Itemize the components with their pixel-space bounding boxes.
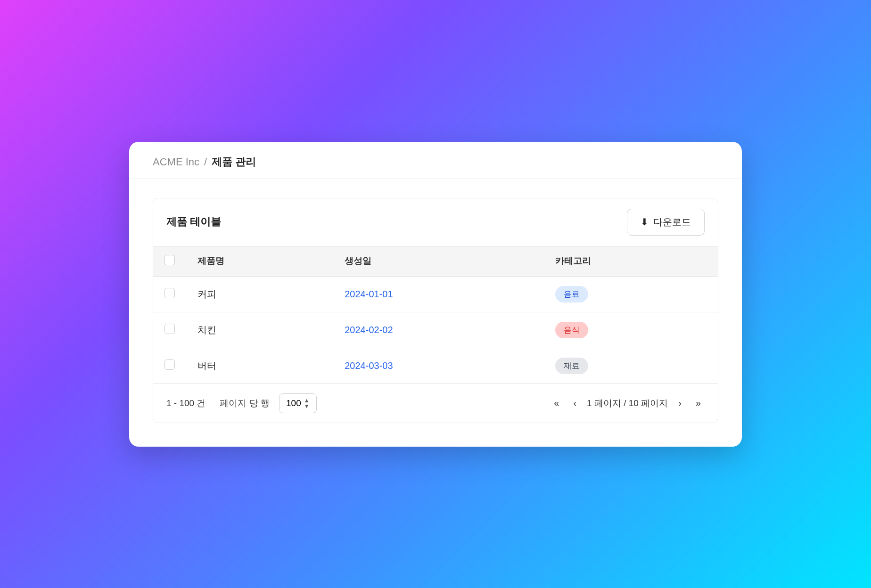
per-page-arrows-icon: ▲▼ [304, 398, 310, 409]
records-info: 1 - 100 건 [166, 397, 205, 409]
app-window: ACME Inc / 제품 관리 제품 테이블 ⬇ 다운로드 [129, 142, 742, 447]
page-info: 1 페이지 / 10 페이지 [587, 397, 668, 409]
header-name: 제품명 [186, 246, 333, 276]
pagination-nav: « ‹ 1 페이지 / 10 페이지 › » [550, 396, 705, 410]
download-label: 다운로드 [653, 216, 691, 229]
table-row: 버터2024-03-03재료 [153, 348, 718, 384]
prev-page-button[interactable]: ‹ [569, 396, 580, 410]
content-area: 제품 테이블 ⬇ 다운로드 제품명 생성일 카테고리 [129, 179, 742, 447]
last-page-button[interactable]: » [692, 396, 705, 410]
row-category-2: 재료 [544, 348, 718, 384]
table-row: 치킨2024-02-02음식 [153, 312, 718, 348]
category-badge-1: 음식 [555, 322, 588, 338]
download-button[interactable]: ⬇ 다운로드 [627, 209, 705, 236]
row-date-2: 2024-03-03 [333, 348, 544, 384]
category-badge-2: 재료 [555, 358, 588, 374]
product-table: 제품명 생성일 카테고리 커피2024-01-01음료치킨2024-02-02음… [153, 246, 718, 384]
row-checkbox-2[interactable] [164, 359, 175, 370]
row-name-0: 커피 [186, 276, 333, 312]
per-page-value: 100 [286, 398, 301, 408]
row-date-0: 2024-01-01 [333, 276, 544, 312]
download-icon: ⬇ [641, 216, 649, 228]
row-checkbox-0[interactable] [164, 288, 175, 298]
row-name-1: 치킨 [186, 312, 333, 348]
table-row: 커피2024-01-01음료 [153, 276, 718, 312]
next-page-button[interactable]: › [674, 396, 685, 410]
per-page-label: 페이지 당 행 [220, 397, 270, 409]
header-checkbox[interactable] [164, 255, 175, 265]
row-date-1: 2024-02-02 [333, 312, 544, 348]
breadcrumb-separator: / [204, 156, 207, 168]
breadcrumb-current: 제품 관리 [212, 155, 256, 169]
category-badge-0: 음료 [555, 286, 588, 302]
breadcrumb: ACME Inc / 제품 관리 [129, 142, 742, 179]
breadcrumb-company[interactable]: ACME Inc [153, 156, 199, 168]
first-page-button[interactable]: « [550, 396, 563, 410]
row-checkbox-cell-0 [153, 276, 186, 312]
header-category: 카테고리 [544, 246, 718, 276]
table-header-row: 제품명 생성일 카테고리 [153, 246, 718, 276]
row-category-1: 음식 [544, 312, 718, 348]
header-date: 생성일 [333, 246, 544, 276]
pagination-bar: 1 - 100 건 페이지 당 행 100 ▲▼ « ‹ 1 페이지 / 10 … [153, 384, 718, 423]
row-checkbox-1[interactable] [164, 324, 175, 334]
table-card: 제품 테이블 ⬇ 다운로드 제품명 생성일 카테고리 [153, 198, 718, 423]
row-checkbox-cell-1 [153, 312, 186, 348]
row-category-0: 음료 [544, 276, 718, 312]
row-name-2: 버터 [186, 348, 333, 384]
per-page-select[interactable]: 100 ▲▼ [279, 393, 317, 413]
table-header-bar: 제품 테이블 ⬇ 다운로드 [153, 198, 718, 246]
header-checkbox-cell [153, 246, 186, 276]
table-title: 제품 테이블 [166, 215, 221, 229]
row-checkbox-cell-2 [153, 348, 186, 384]
